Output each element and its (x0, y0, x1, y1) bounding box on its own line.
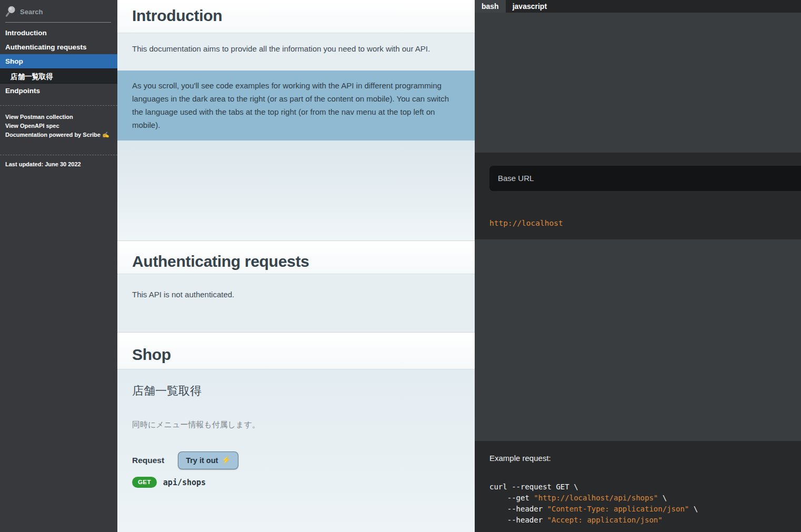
tab-javascript[interactable]: javascript (506, 0, 554, 13)
postman-collection-link[interactable]: View Postman collection (5, 113, 112, 122)
introduction-paragraph-band: This documentation aims to provide all t… (117, 33, 475, 71)
method-badge: GET (132, 477, 157, 488)
example-request-code: curl --request GET \ --get "http://local… (489, 481, 801, 526)
shop-title: Shop (132, 346, 475, 364)
search-underline (5, 22, 111, 23)
endpoint-path: api/shops (163, 478, 206, 487)
openapi-spec-link[interactable]: View OpenAPI spec (5, 122, 112, 131)
base-url-value: http://localhost (489, 219, 801, 227)
base-url-block: Base URL http://localhost (475, 153, 801, 239)
base-url-label: Base URL (489, 166, 801, 191)
auth-paragraph-band: This API is not authenticated. (117, 274, 475, 332)
introduction-paragraph: This documentation aims to provide all t… (132, 44, 454, 53)
auth-title: Authenticating requests (132, 253, 475, 270)
shop-heading-band: Shop (117, 332, 475, 369)
shop-endpoint-band: 店舗一覧取得 同時にメニュー情報も付属します。 Request Try it o… (117, 369, 475, 532)
sidebar-item-shop-list-endpoint[interactable]: 店舗一覧取得 (0, 68, 117, 84)
introduction-title: Introduction (132, 7, 475, 25)
try-it-out-button[interactable]: Try it out ⚡ (178, 451, 238, 469)
auth-paragraph: This API is not authenticated. (132, 290, 454, 299)
scribe-attribution-link[interactable]: Documentation powered by Scribe ✍ (5, 131, 112, 139)
sidebar-item-shop[interactable]: Shop (0, 54, 117, 68)
endpoint-description: 同時にメニュー情報も付属します。 (132, 420, 475, 430)
scroll-notice: As you scroll, you'll see code examples … (117, 71, 475, 140)
introduction-spacer-band (117, 140, 475, 240)
code-panel: bash javascript Base URL http://localhos… (475, 0, 801, 532)
sidebar-item-introduction[interactable]: Introduction (0, 26, 117, 40)
request-row: Request Try it out ⚡ (132, 451, 475, 469)
lightning-icon: ⚡ (221, 456, 231, 465)
sidebar-nav: Introduction Authenticating requests Sho… (0, 26, 117, 98)
language-tab-bar: bash javascript (475, 0, 801, 13)
request-label: Request (132, 456, 164, 465)
sidebar-links: View Postman collection View OpenAPI spe… (0, 106, 117, 139)
endpoint-row: GET api/shops (132, 477, 475, 488)
introduction-heading-band: Introduction (117, 0, 475, 33)
doc-content: Introduction This documentation aims to … (117, 0, 475, 532)
search-input[interactable]: Search (0, 0, 117, 21)
last-updated-label: Last updated: June 30 2022 (0, 155, 117, 167)
example-request-label: Example request: (489, 454, 801, 463)
example-request-block: Example request: curl --request GET \ --… (475, 441, 801, 532)
code-panel-spacer (475, 13, 801, 153)
endpoint-title: 店舗一覧取得 (132, 383, 475, 399)
search-placeholder: Search (20, 8, 43, 16)
auth-heading-band: Authenticating requests (117, 240, 475, 274)
code-panel-spacer (475, 239, 801, 441)
sidebar-item-endpoints[interactable]: Endpoints (0, 84, 117, 98)
sidebar-item-authenticating-requests[interactable]: Authenticating requests (0, 40, 117, 54)
api-docs-page: Search Introduction Authenticating reque… (0, 0, 801, 532)
tab-bash[interactable]: bash (475, 0, 506, 13)
try-it-out-label: Try it out (186, 456, 218, 465)
search-icon (5, 5, 17, 18)
sidebar: Search Introduction Authenticating reque… (0, 0, 117, 532)
